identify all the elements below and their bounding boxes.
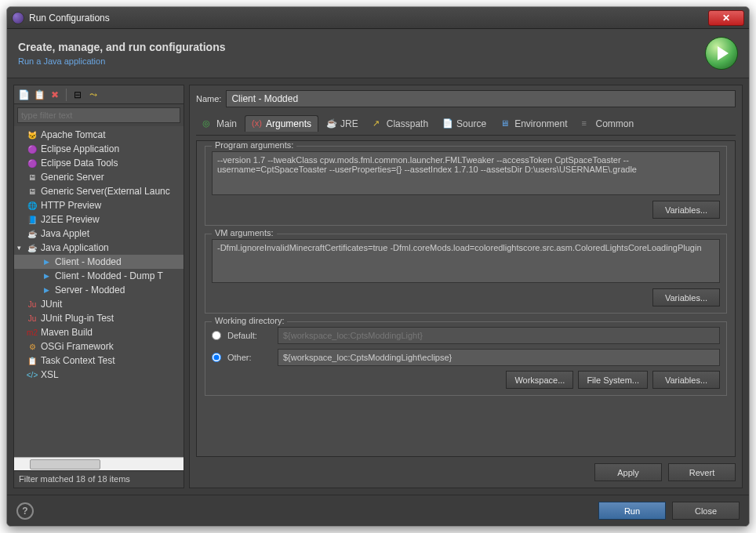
- default-radio[interactable]: [212, 331, 221, 340]
- main-icon: ◎: [202, 118, 213, 129]
- tree-item[interactable]: JuJUnit: [14, 297, 184, 311]
- junit-icon: Ju: [27, 299, 38, 310]
- source-icon: 📄: [442, 118, 453, 129]
- run-icon: ▶: [41, 270, 52, 281]
- eclipse-icon: 🟣: [27, 143, 38, 154]
- run-icon: ▶: [41, 285, 52, 296]
- tab-label: Classpath: [387, 118, 428, 129]
- file-system-button[interactable]: File System...: [578, 371, 648, 389]
- vm-args-input[interactable]: [212, 239, 720, 283]
- left-panel: 📄 📋 ✖ ⊟ ⤳ 🐱Apache Tomcat🟣Eclipse Applica…: [13, 85, 184, 488]
- tree-item[interactable]: 🐱Apache Tomcat: [14, 128, 184, 142]
- tree-item-label: JUnit: [41, 299, 62, 310]
- vm-args-variables-button[interactable]: Variables...: [652, 288, 720, 306]
- common-icon: ≡: [582, 118, 593, 129]
- other-radio[interactable]: [212, 353, 221, 362]
- titlebar[interactable]: Run Configurations ✕: [7, 7, 749, 29]
- tree-item[interactable]: 🟣Eclipse Application: [14, 142, 184, 156]
- vm-args-group: VM arguments: Variables...: [205, 234, 727, 314]
- filter-input[interactable]: [17, 107, 180, 123]
- tree-item[interactable]: ☕Java Applet: [14, 227, 184, 241]
- tab-label: Environment: [514, 118, 567, 129]
- filter-icon[interactable]: ⤳: [87, 89, 100, 101]
- name-label: Name:: [196, 94, 221, 103]
- java-icon: ☕: [27, 242, 38, 253]
- xsl-icon: </>: [27, 369, 38, 380]
- tomcat-icon: 🐱: [27, 129, 38, 140]
- args-icon: (x): [252, 118, 263, 129]
- tree-item-label: JUnit Plug-in Test: [41, 313, 114, 324]
- tree-item[interactable]: 📋Task Context Test: [14, 354, 184, 368]
- tree-item-label: Task Context Test: [41, 355, 115, 366]
- working-dir-legend: Working directory:: [212, 316, 287, 325]
- tree-item-label: J2EE Preview: [41, 214, 100, 225]
- other-dir-input[interactable]: [278, 349, 720, 366]
- tree-item-label: Generic Server(External Launc: [41, 186, 170, 197]
- tree-item-label: Java Applet: [41, 228, 89, 239]
- tab-environment[interactable]: 🖥Environment: [494, 116, 573, 132]
- eclipse-icon: 🟣: [27, 158, 38, 169]
- default-label: Default:: [227, 331, 271, 340]
- tree-item[interactable]: 🟣Eclipse Data Tools: [14, 156, 184, 170]
- program-args-input[interactable]: [212, 151, 720, 195]
- default-dir-input: [278, 327, 720, 344]
- run-button[interactable]: Run: [598, 502, 666, 520]
- delete-config-icon[interactable]: ✖: [49, 89, 61, 101]
- tree-item[interactable]: ▶Client - Modded: [14, 255, 184, 269]
- tree-item[interactable]: ▾☕Java Application: [14, 241, 184, 255]
- tab-classpath[interactable]: ↗Classpath: [366, 116, 434, 132]
- run-icon: ▶: [41, 256, 52, 267]
- tab-arguments[interactable]: (x)Arguments: [245, 115, 318, 132]
- tree-item-label: Java Application: [41, 242, 109, 253]
- header-title: Create, manage, and run configurations: [18, 41, 705, 53]
- program-args-variables-button[interactable]: Variables...: [652, 201, 720, 219]
- apply-button[interactable]: Apply: [594, 463, 662, 481]
- revert-button[interactable]: Revert: [668, 463, 736, 481]
- header: Create, manage, and run configurations R…: [7, 29, 749, 78]
- tab-source[interactable]: 📄Source: [436, 116, 492, 132]
- collapse-all-icon[interactable]: ⊟: [71, 89, 84, 101]
- close-icon[interactable]: ✕: [708, 10, 744, 26]
- expand-icon[interactable]: ▾: [17, 244, 25, 252]
- help-icon[interactable]: ?: [16, 502, 34, 520]
- tab-main[interactable]: ◎Main: [196, 116, 243, 132]
- close-button[interactable]: Close: [672, 502, 740, 520]
- new-config-icon[interactable]: 📄: [17, 89, 30, 101]
- maven-icon: m2: [27, 327, 38, 338]
- working-dir-group: Working directory: Default: Other: Works…: [205, 321, 727, 396]
- tree-item[interactable]: 🖥Generic Server(External Launc: [14, 184, 184, 198]
- run-configurations-window: Run Configurations ✕ Create, manage, and…: [6, 6, 750, 527]
- tree-item[interactable]: ▶Client - Modded - Dump T: [14, 269, 184, 283]
- working-dir-variables-button[interactable]: Variables...: [652, 371, 720, 389]
- tree-item-label: Eclipse Application: [41, 143, 119, 154]
- name-input[interactable]: [226, 90, 736, 107]
- tab-label: Arguments: [266, 118, 311, 129]
- tree-item-label: OSGi Framework: [41, 341, 114, 352]
- task-icon: 📋: [27, 355, 38, 366]
- tree-item-label: Server - Modded: [55, 285, 125, 296]
- footer: ? Run Close: [7, 495, 749, 526]
- arguments-form: Program arguments: Variables... VM argum…: [196, 140, 736, 457]
- tab-common[interactable]: ≡Common: [576, 116, 641, 132]
- horizontal-scrollbar[interactable]: [14, 457, 184, 470]
- tree-item[interactable]: 🌐HTTP Preview: [14, 198, 184, 212]
- tab-label: JRE: [340, 118, 358, 129]
- tree-item[interactable]: ▶Server - Modded: [14, 283, 184, 297]
- tree-item-label: XSL: [41, 369, 59, 380]
- tab-jre[interactable]: ☕JRE: [320, 116, 365, 132]
- server-icon: 🖥: [27, 172, 38, 183]
- tree-item-label: Maven Build: [41, 327, 93, 338]
- tree-item[interactable]: JuJUnit Plug-in Test: [14, 311, 184, 325]
- tree-item[interactable]: 📘J2EE Preview: [14, 212, 184, 227]
- config-tree[interactable]: 🐱Apache Tomcat🟣Eclipse Application🟣Eclip…: [14, 126, 184, 457]
- classpath-icon: ↗: [373, 118, 383, 129]
- osgi-icon: ⚙: [27, 341, 38, 352]
- tree-item[interactable]: </>XSL: [14, 368, 184, 382]
- duplicate-config-icon[interactable]: 📋: [33, 89, 45, 101]
- tree-item[interactable]: ⚙OSGi Framework: [14, 339, 184, 354]
- other-label: Other:: [227, 353, 271, 362]
- http-icon: 🌐: [27, 200, 38, 211]
- workspace-button[interactable]: Workspace...: [506, 371, 573, 389]
- tree-item[interactable]: 🖥Generic Server: [14, 170, 184, 184]
- tree-item[interactable]: m2Maven Build: [14, 325, 184, 339]
